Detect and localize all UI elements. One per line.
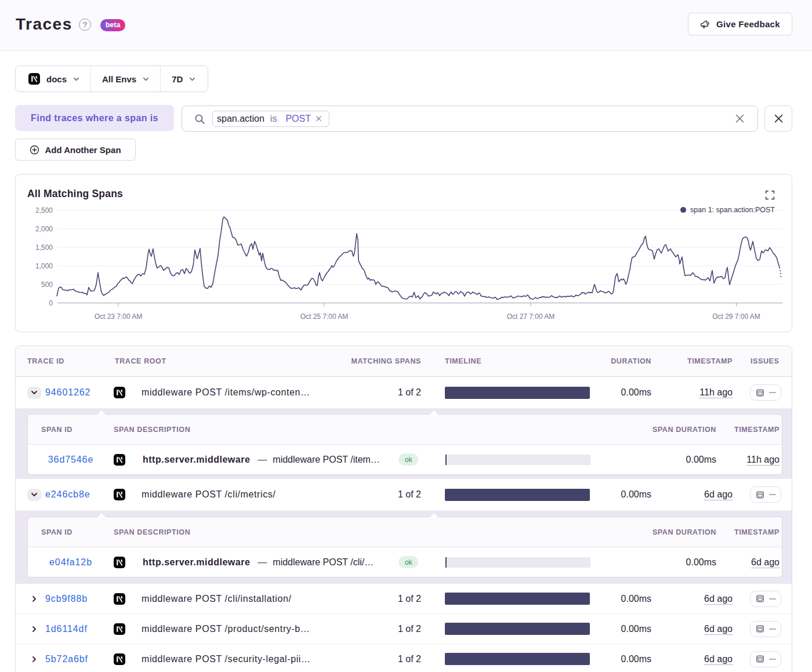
svg-text:0: 0 [49,299,53,307]
svg-text:Oct 29 7:00 AM: Oct 29 7:00 AM [712,313,760,321]
svg-text:1,500: 1,500 [35,244,53,252]
svg-text:1,000: 1,000 [35,262,53,270]
svg-text:2,500: 2,500 [35,206,53,215]
svg-text:2,000: 2,000 [35,225,53,233]
svg-text:Oct 27 7:00 AM: Oct 27 7:00 AM [507,313,555,321]
svg-text:500: 500 [41,281,53,289]
svg-text:Oct 25 7:00 AM: Oct 25 7:00 AM [300,313,349,321]
svg-text:Oct 23 7:00 AM: Oct 23 7:00 AM [95,313,143,321]
